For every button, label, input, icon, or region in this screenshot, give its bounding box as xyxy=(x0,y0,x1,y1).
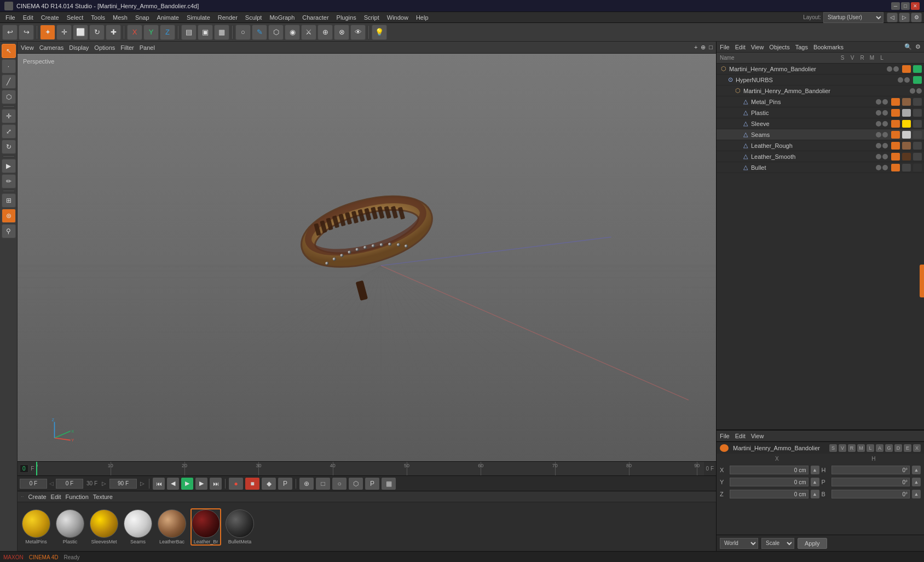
scale-tool[interactable]: ⬜ xyxy=(73,25,88,40)
render-picture[interactable]: ▦ xyxy=(214,25,229,40)
prop-icon1[interactable]: S xyxy=(829,444,837,452)
material-leather-brown[interactable]: Leather_Br xyxy=(190,508,221,546)
vp-menu-panel[interactable]: Panel xyxy=(140,44,155,51)
mat-menu-texture[interactable]: Texture xyxy=(93,494,113,500)
obj-row-leather-rough[interactable]: △ Leather_Rough xyxy=(717,140,924,151)
obj-settings-icon[interactable]: ⚙ xyxy=(915,43,921,50)
coord-menu-edit[interactable]: Edit xyxy=(735,433,746,439)
coord-menu-file[interactable]: File xyxy=(720,433,730,439)
menu-edit[interactable]: Edit xyxy=(20,13,37,22)
axis-x[interactable]: X xyxy=(127,25,142,40)
stop-button[interactable]: ■ xyxy=(245,478,259,490)
obj-row-plastic[interactable]: △ Plastic xyxy=(717,107,924,118)
vp-btn-plus[interactable]: + xyxy=(694,44,697,51)
undo-button[interactable]: ↩ xyxy=(2,25,18,40)
point-mode[interactable]: · xyxy=(2,59,16,73)
frame-end-input[interactable] xyxy=(109,479,137,489)
move-tool[interactable]: ✛ xyxy=(56,25,72,40)
right-edge-tab[interactable] xyxy=(920,265,924,297)
goto-end-button[interactable]: ⏭ xyxy=(210,478,222,490)
select-mode[interactable]: ↖ xyxy=(2,44,16,58)
material-sleeves[interactable]: SleevesMet xyxy=(89,508,119,546)
anim-tool1[interactable]: ⊕ xyxy=(299,478,314,490)
coord-menu-view[interactable]: View xyxy=(751,433,764,439)
axis-mode[interactable]: ⊛ xyxy=(2,209,16,223)
prev-frame-button[interactable]: ◀ xyxy=(167,478,179,490)
key-button[interactable]: ◆ xyxy=(262,478,276,490)
goto-start-button[interactable]: ⏮ xyxy=(153,478,165,490)
menu-render[interactable]: Render xyxy=(215,13,241,22)
new-null[interactable]: ○ xyxy=(235,25,251,40)
obj-menu-file[interactable]: File xyxy=(720,44,730,50)
polygon[interactable]: ⬡ xyxy=(268,25,284,40)
edge-mode[interactable]: ╱ xyxy=(2,74,16,89)
redo-button[interactable]: ↪ xyxy=(19,25,34,40)
menu-sculpt[interactable]: Sculpt xyxy=(242,13,265,22)
mat-menu-function[interactable]: Function xyxy=(66,494,89,500)
material-bullet[interactable]: BulletMeta xyxy=(224,508,255,546)
render-mode[interactable]: ▶ xyxy=(2,159,16,173)
coord-p-rot[interactable] xyxy=(831,478,910,486)
coord-b-btn[interactable]: ▲ xyxy=(912,490,921,498)
coord-x-pos[interactable] xyxy=(730,466,809,474)
prop-icon10[interactable]: X xyxy=(913,444,921,452)
maximize-button[interactable]: □ xyxy=(901,2,910,10)
timeline-ruler[interactable]: 0 10 20 30 40 50 60 70 80 90 xyxy=(36,462,703,476)
record-button[interactable]: ● xyxy=(229,478,243,490)
subdivision[interactable]: ◉ xyxy=(285,25,300,40)
menu-tools[interactable]: Tools xyxy=(88,13,108,22)
material-leather-back[interactable]: LeatherBac xyxy=(157,508,187,546)
obj-row-metal-pins[interactable]: △ Metal_Pins xyxy=(717,96,924,107)
close-button[interactable]: ✕ xyxy=(911,2,920,10)
knife-tool[interactable]: ⚔ xyxy=(301,25,316,40)
menu-animate[interactable]: Animate xyxy=(154,13,182,22)
mat-menu-create[interactable]: Create xyxy=(28,494,47,500)
vp-menu-cameras[interactable]: Cameras xyxy=(39,44,64,51)
viewport[interactable]: Perspective xyxy=(18,54,716,461)
apply-button[interactable]: Apply xyxy=(798,538,827,549)
layout-btn3[interactable]: ⚙ xyxy=(911,13,922,22)
layout-selector[interactable]: Startup (User) xyxy=(823,12,883,23)
axis-z[interactable]: Z xyxy=(160,25,175,40)
play-button[interactable]: ▶ xyxy=(181,478,193,490)
menu-plugins[interactable]: Plugins xyxy=(333,13,360,22)
prop-icon8[interactable]: D xyxy=(894,444,902,452)
anim-tool3[interactable]: ○ xyxy=(332,478,347,490)
scale-mode[interactable]: ⤢ xyxy=(2,124,16,139)
spline-pen[interactable]: ✎ xyxy=(252,25,267,40)
obj-row-bandolier2[interactable]: ⬡ Martini_Henry_Ammo_Bandolier xyxy=(717,85,924,96)
coord-y-pos[interactable] xyxy=(730,478,809,486)
obj-row-leather-smooth[interactable]: △ Leather_Smooth xyxy=(717,151,924,162)
vr-cam[interactable]: 👁 xyxy=(350,25,366,40)
mat-menu-edit[interactable]: Edit xyxy=(51,494,61,500)
menu-create[interactable]: Create xyxy=(38,13,62,22)
loop-button[interactable]: P xyxy=(278,478,292,490)
obj-row-root[interactable]: ⬡ Martini_Henry_Ammo_Bandolier xyxy=(717,64,924,74)
vp-menu-filter[interactable]: Filter xyxy=(120,44,134,51)
coord-y-btn[interactable]: ▲ xyxy=(811,478,819,486)
poly-mode[interactable]: ⬡ xyxy=(2,90,16,104)
menu-script[interactable]: Script xyxy=(361,13,383,22)
menu-select[interactable]: Select xyxy=(63,13,87,22)
material-metal-pins[interactable]: MetalPins xyxy=(21,508,51,546)
prop-icon3[interactable]: R xyxy=(848,444,856,452)
obj-search-icon[interactable]: 🔍 xyxy=(904,43,912,50)
timeline-playhead[interactable] xyxy=(36,462,37,476)
menu-mesh[interactable]: Mesh xyxy=(109,13,131,22)
move-mode[interactable]: ✛ xyxy=(2,109,16,123)
snap-mode[interactable]: ⊞ xyxy=(2,193,16,208)
anim-tool2[interactable]: □ xyxy=(316,478,330,490)
layout-btn1[interactable]: ◁ xyxy=(887,13,898,22)
menu-simulate[interactable]: Simulate xyxy=(183,13,213,22)
menu-snap[interactable]: Snap xyxy=(132,13,153,22)
obj-row-sleeve[interactable]: △ Sleeve xyxy=(717,118,924,129)
anim-tool4[interactable]: ⬡ xyxy=(349,478,363,490)
material-plastic[interactable]: Plastic xyxy=(55,508,85,546)
prop-icon7[interactable]: G xyxy=(885,444,893,452)
minimize-button[interactable]: ─ xyxy=(891,2,900,10)
select-tool[interactable]: ✦ xyxy=(40,25,55,40)
obj-menu-edit[interactable]: Edit xyxy=(735,44,746,50)
prop-icon5[interactable]: L xyxy=(867,444,874,452)
coord-p-btn[interactable]: ▲ xyxy=(912,478,921,486)
multi-tool[interactable]: ✚ xyxy=(106,25,121,40)
